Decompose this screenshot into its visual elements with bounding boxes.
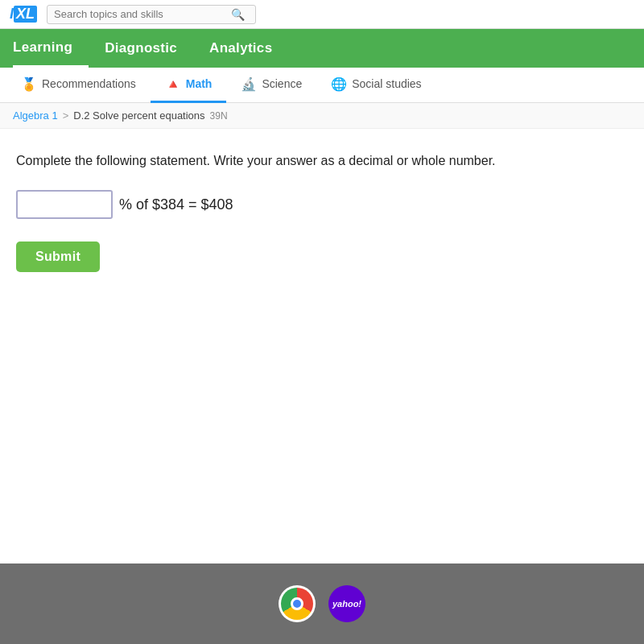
tab-science[interactable]: 🔬 Science	[226, 68, 316, 103]
nav-bar: Learning Diagnostic Analytics	[0, 29, 644, 68]
tab-social-studies-label: Social studies	[352, 77, 421, 90]
submit-button[interactable]: Submit	[16, 242, 100, 272]
ixl-logo: I XL	[10, 6, 37, 23]
breadcrumb-separator: >	[63, 109, 69, 122]
chrome-inner-circle	[291, 597, 303, 610]
search-bar[interactable]: 🔍	[47, 5, 256, 24]
browser-window: I XL 🔍 Learning Diagnostic Analytics 🏅 R…	[0, 0, 644, 564]
yahoo-label: yahoo!	[332, 599, 361, 609]
recommendations-icon: 🏅	[21, 76, 37, 92]
nav-item-diagnostic[interactable]: Diagnostic	[89, 29, 193, 68]
tab-science-label: Science	[262, 77, 302, 90]
search-input[interactable]	[54, 8, 231, 20]
nav-item-analytics[interactable]: Analytics	[193, 29, 288, 68]
math-icon: 🔺	[165, 76, 181, 92]
tabs-bar: 🏅 Recommendations 🔺 Math 🔬 Science 🌐 Soc…	[0, 68, 644, 103]
breadcrumb: Algebra 1 > D.2 Solve percent equations …	[0, 103, 644, 129]
equation-text: % of $384 = $408	[119, 196, 233, 213]
social-studies-icon: 🌐	[331, 76, 347, 92]
science-icon: 🔬	[241, 76, 257, 92]
tab-recommendations-label: Recommendations	[42, 77, 136, 90]
search-icon: 🔍	[231, 8, 245, 21]
breadcrumb-parent[interactable]: Algebra 1	[13, 109, 58, 122]
breadcrumb-count: 39N	[210, 110, 228, 122]
top-bar: I XL 🔍	[0, 0, 644, 29]
tab-math-label: Math	[186, 77, 213, 90]
nav-item-learning[interactable]: Learning	[13, 29, 89, 68]
main-content: Complete the following statement. Write …	[0, 129, 644, 564]
chrome-icon	[281, 588, 313, 620]
equation-row: % of $384 = $408	[16, 190, 628, 219]
yahoo-taskbar-icon[interactable]: yahoo!	[328, 585, 365, 622]
answer-input[interactable]	[16, 190, 113, 219]
tab-recommendations[interactable]: 🏅 Recommendations	[6, 68, 151, 103]
tab-math[interactable]: 🔺 Math	[151, 68, 227, 103]
taskbar: yahoo!	[0, 564, 644, 644]
question-instruction: Complete the following statement. Write …	[16, 151, 628, 171]
breadcrumb-current: D.2 Solve percent equations	[73, 109, 204, 122]
chrome-taskbar-icon[interactable]	[279, 585, 316, 622]
logo-xl-text: XL	[14, 6, 37, 23]
tab-social-studies[interactable]: 🌐 Social studies	[316, 68, 436, 103]
